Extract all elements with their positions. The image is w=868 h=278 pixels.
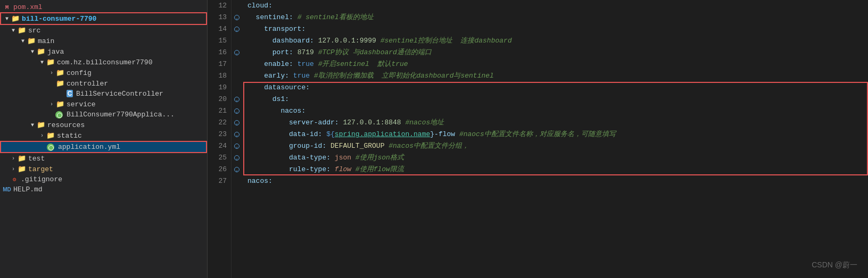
tree-item-comhz[interactable]: ▼ 📁 com.hz.billconsumer7790 — [0, 57, 207, 68]
tok-22-1: server-addr: — [247, 117, 343, 129]
arrow-service: › — [48, 102, 55, 107]
code-line-18: early: true #取消控制台懒加载 立即初始化dashboard与sen… — [247, 70, 863, 82]
ln-18: 18 — [208, 70, 227, 82]
bill-consumer-label: bill-consumer-7790 — [22, 15, 96, 23]
fold-13[interactable]: ⌄ — [234, 15, 239, 20]
gi-12 — [232, 0, 242, 12]
tree-item-test[interactable]: › 📁 test — [0, 153, 207, 164]
tree-item-billconsumerapplication[interactable]: › BillConsumer7790Applica... — [0, 109, 207, 120]
tree-item-resources[interactable]: ▼ 📁 resources — [0, 120, 207, 130]
tree-item-service[interactable]: › 📁 service — [0, 99, 207, 109]
tok-26-2: flow — [335, 164, 356, 175]
ln-25: 25 — [208, 152, 227, 164]
tree-item-billservicecontroller[interactable]: › C BillServiceController — [0, 89, 207, 99]
fold-20[interactable]: ⌄ — [234, 97, 239, 102]
gi-20: ⌄ — [232, 94, 242, 105]
tree-item-static[interactable]: › 📁 static — [0, 130, 207, 141]
helpmd-label: HELP.md — [13, 186, 43, 193]
fold-16[interactable]: ⌄ — [234, 50, 239, 55]
folder-icon-comhz: 📁 — [46, 58, 55, 66]
tree-item-java[interactable]: ▼ 📁 java — [0, 46, 207, 57]
tree-item-helpmd[interactable]: MD HELP.md — [0, 184, 207, 195]
ln-20: 20 — [208, 94, 227, 105]
folder-icon-java: 📁 — [36, 47, 46, 56]
tok-15-2: 127.0.0.1:9999 — [318, 35, 381, 47]
tok-23-2: ${ — [326, 129, 335, 140]
watermark: CSDN @蔚一 — [812, 260, 857, 270]
code-line-12: cloud: — [247, 0, 863, 12]
test-label: test — [28, 155, 45, 163]
fold-21[interactable]: ⌄ — [234, 108, 239, 114]
fold-22[interactable]: ⌄ — [234, 120, 239, 125]
yml-label: application.yml — [58, 143, 120, 151]
ln-12: 12 — [208, 0, 227, 12]
arrow-static: › — [38, 133, 46, 139]
service-label: service — [67, 100, 96, 108]
tok-24-3: #nacos中配置文件分组， — [388, 140, 469, 152]
gutter: ⌄ ⌄ ⌄ ⌄ ⌄ ⌄ ⌄ ⌄ ⌄ ⌄ — [232, 0, 242, 278]
arrow-main: ▼ — [19, 38, 27, 44]
tree-item-controller[interactable]: › 📁 controller — [0, 78, 207, 89]
tok-25-2: json — [335, 152, 356, 164]
folder-icon-src: 📁 — [17, 26, 27, 35]
bca-label: BillConsumer7790Applica... — [67, 111, 175, 119]
code-line-13: sentinel: # sentinel看板的地址 — [247, 12, 863, 23]
gitignore-label: .gitignore — [21, 175, 62, 183]
ln-13: 13 — [208, 12, 227, 23]
folder-icon-bill-consumer: 📁 — [11, 14, 20, 23]
fold-23[interactable]: ⌄ — [234, 132, 239, 137]
pom-label: pom.xml — [13, 3, 43, 11]
ln-24: 24 — [208, 140, 227, 152]
folder-icon-target: 📁 — [17, 165, 27, 173]
code-line-14: transport: — [247, 23, 863, 35]
static-label: static — [57, 132, 82, 140]
tree-item-bill-consumer[interactable]: ▼ 📁 bill-consumer-7790 — [0, 12, 207, 25]
tok-18-3: #取消控制台懒加载 立即初始化dashboard与sentinel — [314, 70, 494, 82]
bsc-label: BillServiceController — [76, 90, 163, 98]
tok-21-1: nacos: — [247, 105, 305, 117]
tok-26-3: #使用flow限流 — [356, 164, 404, 175]
arrow-test: › — [10, 156, 17, 162]
code-editor: 12 13 14 15 16 17 18 19 20 21 22 23 24 2… — [208, 0, 868, 278]
comhz-label: com.hz.billconsumer7790 — [57, 58, 152, 66]
tok-22-2: 127.0.0.1:8848 — [343, 117, 405, 129]
tree-item-pom[interactable]: M pom.xml — [0, 2, 207, 12]
java-label: java — [47, 48, 64, 56]
tok-22-3: #nacos地址 — [405, 117, 444, 129]
gi-19 — [232, 82, 242, 94]
file-tree: M pom.xml ▼ 📁 bill-consumer-7790 ▼ 📁 src… — [0, 0, 208, 278]
tree-item-gitignore[interactable]: › ⚙ .gitignore — [0, 174, 207, 184]
tree-item-applicationyml[interactable]: › application.yml — [0, 141, 207, 153]
tok-23-1: data-id: — [247, 129, 326, 140]
gi-16: ⌄ — [232, 47, 242, 58]
folder-icon-config: 📁 — [55, 69, 65, 77]
folder-icon-static: 📁 — [46, 131, 55, 140]
code-area: cloud: sentinel: # sentinel看板的地址 transpo… — [242, 0, 868, 278]
yml-icon — [47, 143, 56, 151]
fold-25[interactable]: ⌄ — [234, 155, 239, 161]
gi-22: ⌄ — [232, 117, 242, 129]
md-icon: MD — [2, 187, 12, 192]
code-line-19: datasource: — [247, 82, 863, 94]
tok-12-1: cloud: — [247, 0, 272, 12]
fold-24[interactable]: ⌄ — [234, 144, 239, 149]
fold-26[interactable]: ⌄ — [234, 167, 239, 172]
tok-20-1: ds1: — [247, 94, 289, 105]
ln-15: 15 — [208, 35, 227, 47]
tok-18-1: early: — [247, 70, 293, 82]
tok-17-1: enable: — [247, 58, 297, 70]
code-line-22: server-addr: 127.0.0.1:8848 #nacos地址 — [247, 117, 863, 129]
folder-icon-test: 📁 — [17, 154, 27, 163]
tree-item-config[interactable]: › 📁 config — [0, 68, 207, 78]
fold-14[interactable]: ⌄ — [234, 27, 239, 32]
arrow-resources: ▼ — [29, 122, 36, 128]
gi-14: ⌄ — [232, 23, 242, 35]
tree-item-src[interactable]: ▼ 📁 src — [0, 25, 207, 36]
tree-item-target[interactable]: › 📁 target — [0, 164, 207, 174]
tree-item-main[interactable]: ▼ 📁 main — [0, 36, 207, 46]
ln-17: 17 — [208, 58, 227, 70]
red-box-container: datasource: ds1: nacos: server-addr: — [247, 82, 863, 175]
folder-icon-controller: 📁 — [55, 79, 65, 88]
arrow-target: › — [10, 166, 17, 172]
ln-19: 19 — [208, 82, 227, 94]
